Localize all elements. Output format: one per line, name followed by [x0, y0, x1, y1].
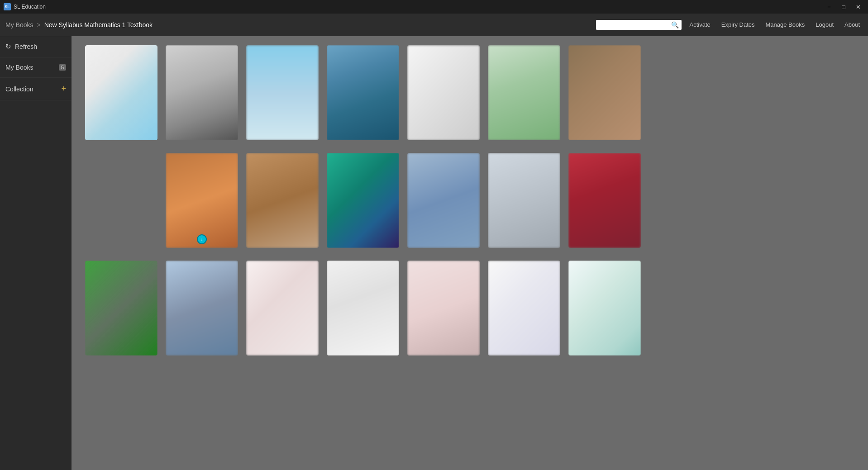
- collection-item-left: Collection: [5, 85, 33, 93]
- sidebar-item-my-books[interactable]: My Books 5: [0, 57, 72, 78]
- about-button[interactable]: About: [842, 19, 863, 30]
- book-cover-9: [166, 153, 238, 248]
- book-card-4[interactable]: [327, 45, 399, 140]
- search-icon[interactable]: 🔍: [671, 21, 679, 28]
- book-cover-1: [85, 45, 157, 140]
- manage-books-button[interactable]: Manage Books: [763, 19, 808, 30]
- close-button[interactable]: ✕: [852, 2, 864, 11]
- title-bar-left: SL SL Education: [4, 3, 46, 10]
- collection-label: Collection: [5, 85, 33, 93]
- expiry-dates-button[interactable]: Expiry Dates: [719, 19, 758, 30]
- title-bar-controls: − □ ✕: [823, 2, 864, 11]
- book-cover-15: [85, 261, 157, 356]
- book-card-15[interactable]: [85, 261, 157, 356]
- toolbar: My Books > New Syllabus Mathematics 1 Te…: [0, 14, 868, 36]
- book-cover-13: [488, 153, 560, 248]
- book-cover-4: [327, 45, 399, 140]
- book-card-13[interactable]: [488, 153, 560, 248]
- sidebar: ↻ Refresh My Books 5 Collection +: [0, 36, 72, 470]
- refresh-icon: ↻: [5, 43, 11, 51]
- book-cover-7: [568, 45, 641, 140]
- book-card-21[interactable]: [568, 261, 641, 356]
- maximize-button[interactable]: □: [837, 2, 850, 11]
- my-books-label: My Books: [5, 64, 33, 71]
- book-card-2[interactable]: [166, 45, 238, 140]
- book-card-12[interactable]: [407, 153, 480, 248]
- book-cover-12: [407, 153, 480, 248]
- main-layout: ↻ Refresh My Books 5 Collection +: [0, 36, 868, 470]
- book-card-18[interactable]: [327, 261, 399, 356]
- my-books-item-left: My Books: [5, 64, 33, 71]
- logout-button[interactable]: Logout: [813, 19, 836, 30]
- book-card-20[interactable]: [488, 261, 560, 356]
- book-cover-8: [85, 153, 157, 248]
- book-cover-17: [246, 261, 319, 356]
- book-card-17[interactable]: [246, 261, 319, 356]
- minimize-button[interactable]: −: [823, 2, 835, 11]
- book-card-1[interactable]: [85, 45, 157, 140]
- sidebar-item-collection[interactable]: Collection +: [0, 78, 72, 100]
- book-cover-11: [327, 153, 399, 248]
- book-cover-16: [166, 261, 238, 356]
- book-cover-20: [488, 261, 560, 356]
- book-cover-3: [246, 45, 319, 140]
- search-input[interactable]: [599, 21, 671, 28]
- book-card-9[interactable]: [166, 153, 238, 248]
- book-card-5[interactable]: [407, 45, 480, 140]
- refresh-label: Refresh: [15, 43, 37, 50]
- book-cover-6: [488, 45, 560, 140]
- my-books-badge: 5: [59, 64, 66, 71]
- book-card-6[interactable]: [488, 45, 560, 140]
- title-bar: SL SL Education − □ ✕: [0, 0, 868, 14]
- activate-button[interactable]: Activate: [687, 19, 713, 30]
- book-row-3: [85, 261, 854, 356]
- book-card-3[interactable]: [246, 45, 319, 140]
- book-card-11[interactable]: [327, 153, 399, 248]
- current-page-breadcrumb: New Syllabus Mathematics 1 Textbook: [44, 21, 153, 28]
- book-cover-2: [166, 45, 238, 140]
- book-card-19[interactable]: [407, 261, 480, 356]
- title-bar-title: SL Education: [14, 4, 46, 10]
- breadcrumb: My Books > New Syllabus Mathematics 1 Te…: [5, 21, 153, 28]
- toolbar-right: 🔍 Activate Expiry Dates Manage Books Log…: [596, 19, 863, 30]
- breadcrumb-separator: >: [37, 21, 40, 28]
- book-card-7[interactable]: [568, 45, 641, 140]
- refresh-item-left: ↻ Refresh: [5, 43, 37, 51]
- book-card-14[interactable]: [568, 153, 641, 248]
- search-box[interactable]: 🔍: [596, 20, 682, 30]
- book-cover-19: [407, 261, 480, 356]
- book-row-1: [85, 45, 854, 140]
- book-cover-18: [327, 261, 399, 356]
- book-card-16[interactable]: [166, 261, 238, 356]
- book-card-10[interactable]: [246, 153, 319, 248]
- download-indicator: [197, 234, 207, 244]
- content-area: [72, 36, 868, 470]
- my-books-breadcrumb-link[interactable]: My Books: [5, 21, 33, 28]
- sidebar-item-refresh[interactable]: ↻ Refresh: [0, 36, 72, 57]
- book-cover-21: [568, 261, 641, 356]
- book-row-2: [85, 153, 854, 248]
- book-card-8[interactable]: [85, 153, 157, 248]
- toolbar-left: My Books > New Syllabus Mathematics 1 Te…: [5, 21, 153, 28]
- collection-add-icon[interactable]: +: [61, 84, 66, 94]
- book-cover-10: [246, 153, 319, 248]
- book-cover-5: [407, 45, 480, 140]
- app-logo: SL: [4, 3, 11, 10]
- book-cover-14: [568, 153, 641, 248]
